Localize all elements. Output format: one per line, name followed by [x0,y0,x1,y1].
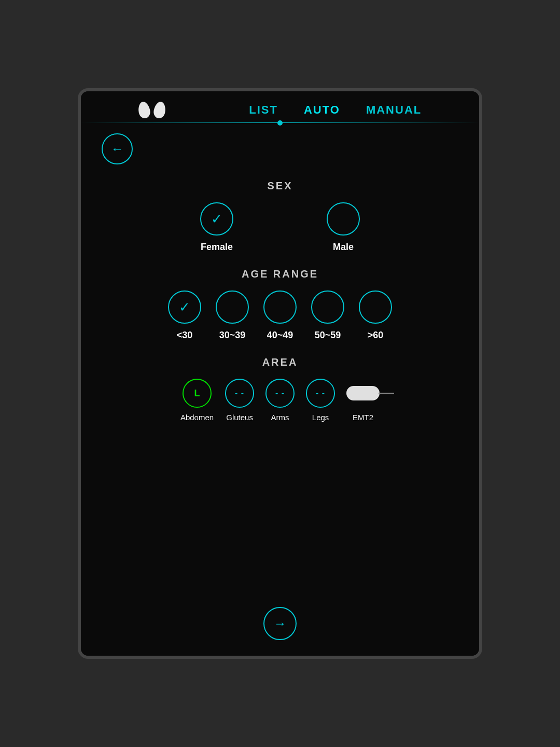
area-options-row: L Abdomen - - Gluteus - - Arms [81,379,479,422]
top-nav: LIST AUTO MANUAL [81,91,479,118]
age-option-lt30[interactable]: ✓ <30 [168,290,201,341]
legs-circle[interactable]: - - [306,379,335,408]
gt60-label: >60 [368,330,384,341]
30-39-circle[interactable] [216,290,249,324]
logo-drop-right [152,101,166,119]
emt2-pill-icon [346,386,380,400]
emt2-wrapper [346,379,380,408]
tab-auto[interactable]: AUTO [304,103,340,117]
sex-title: SEX [267,180,292,192]
age-option-40-49[interactable]: 40~49 [263,290,297,341]
age-option-30-39[interactable]: 30~39 [216,290,249,341]
30-39-label: 30~39 [219,330,246,341]
abdomen-label: Abdomen [180,413,214,422]
gluteus-circle[interactable]: - - [225,379,254,408]
abdomen-circle[interactable]: L [183,379,212,408]
gluteus-icon: - - [235,389,244,398]
arms-label: Arms [271,413,289,422]
lt30-circle[interactable]: ✓ [168,290,201,324]
lt30-checkmark-icon: ✓ [179,299,190,315]
arms-icon: - - [275,389,285,398]
screen: LIST AUTO MANUAL ← SEX ✓ Female Mal [81,91,479,656]
female-checkmark-icon: ✓ [211,211,222,227]
logo-icons [138,102,165,118]
logo-drop-left [137,101,151,119]
lt30-label: <30 [177,330,193,341]
area-option-gluteus[interactable]: - - Gluteus [225,379,254,422]
nav-underline [81,122,479,123]
area-option-abdomen[interactable]: L Abdomen [180,379,214,422]
male-label: Male [333,242,354,253]
nav-dot [277,120,283,126]
sex-options-row: ✓ Female Male [81,202,479,253]
next-button[interactable]: → [263,607,297,640]
emt2-tail [379,393,394,394]
emt2-label: EMT2 [353,413,373,422]
back-button[interactable]: ← [102,133,133,164]
legs-icon: - - [316,389,325,398]
area-option-legs[interactable]: - - Legs [306,379,335,422]
next-arrow-icon: → [274,616,286,631]
abdomen-icon: L [194,388,200,399]
40-49-label: 40~49 [267,330,293,341]
age-option-50-59[interactable]: 50~59 [311,290,344,341]
40-49-circle[interactable] [263,290,297,324]
area-option-arms[interactable]: - - Arms [265,379,295,422]
female-label: Female [201,242,233,253]
male-circle[interactable] [327,202,360,236]
device-frame: LIST AUTO MANUAL ← SEX ✓ Female Mal [78,88,482,659]
gluteus-label: Gluteus [226,413,253,422]
gt60-circle[interactable] [359,290,392,324]
sex-option-female[interactable]: ✓ Female [200,202,233,253]
back-arrow-icon: ← [111,143,123,155]
area-option-emt2[interactable]: EMT2 [346,379,380,422]
area-title: AREA [262,356,298,368]
nav-tabs: LIST AUTO MANUAL [249,103,422,117]
age-options-row: ✓ <30 30~39 40~49 50~59 >60 [81,290,479,341]
tab-list[interactable]: LIST [249,103,278,117]
age-title: AGE RANGE [242,268,318,280]
50-59-circle[interactable] [311,290,344,324]
female-circle[interactable]: ✓ [200,202,233,236]
age-option-gt60[interactable]: >60 [359,290,392,341]
arms-circle[interactable]: - - [265,379,295,408]
legs-label: Legs [312,413,329,422]
50-59-label: 50~59 [315,330,341,341]
tab-manual[interactable]: MANUAL [366,103,422,117]
sex-option-male[interactable]: Male [327,202,360,253]
